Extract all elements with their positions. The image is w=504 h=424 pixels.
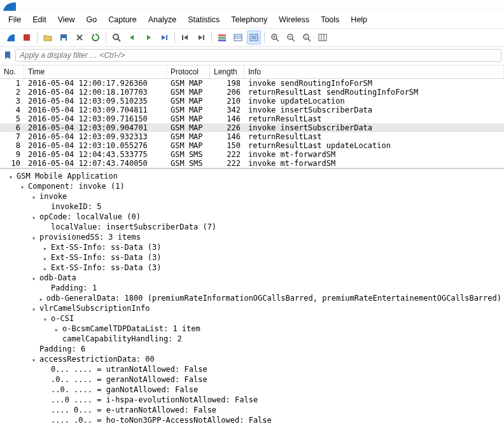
cell-length: 226 (210, 123, 244, 132)
cell-time: 2016-05-04 12:03:09.932313 (24, 132, 167, 141)
open-file-button[interactable] (41, 31, 55, 44)
menu-capture[interactable]: Capture (102, 14, 142, 25)
expand-open-icon[interactable]: ▾ (32, 233, 38, 243)
menu-bar: FileEditViewGoCaptureAnalyzeStatisticsTe… (0, 13, 504, 29)
col-header-protocol[interactable]: Protocol (167, 65, 210, 78)
go-to-packet-button[interactable] (157, 31, 171, 44)
packet-row[interactable]: 32016-05-04 12:03:09.510235GSM MAP210inv… (0, 97, 504, 106)
expand-open-icon[interactable]: ▾ (32, 355, 38, 365)
col-header-length[interactable]: Length (210, 65, 244, 78)
tree-node-label: Ext-SS-Info: ss-Data (3) (51, 243, 161, 252)
expand-open-icon[interactable]: ▾ (43, 315, 50, 324)
save-file-button[interactable] (57, 31, 71, 44)
close-file-button[interactable] (73, 31, 87, 44)
packet-row[interactable]: 52016-05-04 12:03:09.716150GSM MAP146ret… (0, 114, 504, 123)
tree-node[interactable]: ▾invoke (0, 192, 504, 202)
menu-analyze[interactable]: Analyze (143, 14, 182, 25)
autoscroll-button[interactable] (231, 31, 245, 44)
expand-open-icon[interactable]: ▾ (32, 304, 38, 314)
packet-row[interactable]: 22016-05-04 12:00:18.107703GSM MAP206ret… (0, 88, 504, 97)
tree-node[interactable]: ▾odb-Data (0, 273, 504, 284)
tree-node[interactable]: ..0. .... = ganNotAllowed: False (0, 385, 504, 395)
menu-view[interactable]: View (52, 14, 81, 25)
tree-node[interactable]: .0.. .... = geranNotAllowed: False (0, 375, 504, 385)
packet-list-header: No. Time Protocol Length Info (0, 65, 504, 79)
zoom-reset-button[interactable]: 1 (300, 31, 314, 44)
tree-node[interactable]: ...0 .... = i-hspa-evolutionNotAllowed: … (0, 395, 504, 406)
tree-node[interactable]: ▸o-BcsmCamelTDPDataList: 1 item (0, 324, 504, 334)
menu-telephony[interactable]: Telephony (225, 14, 273, 25)
tree-node[interactable]: 0... .... = utranNotAllowed: False (0, 365, 504, 375)
expand-closed-icon[interactable]: ▸ (43, 243, 50, 253)
tree-node[interactable]: ▾vlrCamelSubscriptionInfo (0, 304, 504, 314)
menu-wireless[interactable]: Wireless (273, 14, 315, 25)
display-filter-input[interactable] (15, 49, 501, 62)
expand-open-icon[interactable]: ▾ (20, 182, 27, 192)
expand-open-icon[interactable]: ▾ (32, 213, 38, 222)
packet-row[interactable]: 72016-05-04 12:03:09.932313GSM MAP146ret… (0, 132, 504, 141)
packet-row[interactable]: 12016-05-04 12:00:17.926360GSM MAP198inv… (0, 79, 504, 88)
capture-stop-button[interactable] (20, 31, 34, 44)
tree-node[interactable]: ▸odb-GeneralData: 1800 (premiumRateInfor… (0, 294, 504, 304)
col-header-time[interactable]: Time (24, 65, 167, 78)
go-back-button[interactable] (125, 31, 139, 44)
expand-open-icon[interactable]: ▾ (32, 274, 38, 284)
expand-none-icon (43, 203, 50, 212)
go-last-button[interactable] (194, 31, 208, 44)
go-first-button[interactable] (178, 31, 192, 44)
tree-node[interactable]: .... .0.. = ho-toNon3GPP-AccessNotAllowe… (0, 416, 504, 423)
tree-node-label: .0.. .... = geranNotAllowed: False (51, 375, 207, 385)
packet-row[interactable]: 62016-05-04 12:03:09.904701GSM MAP226inv… (0, 123, 504, 132)
menu-help[interactable]: Help (345, 14, 373, 25)
tree-node[interactable]: localValue: insertSubscriberData (7) (0, 222, 504, 233)
tree-node[interactable]: ▸Ext-SS-Info: ss-Data (3) (0, 253, 504, 263)
tree-node[interactable]: invokeID: 5 (0, 202, 504, 212)
col-header-info[interactable]: Info (244, 65, 504, 78)
expand-closed-icon[interactable]: ▸ (39, 294, 45, 304)
packet-row[interactable]: 82016-05-04 12:03:10.055276GSM MAP150ret… (0, 141, 504, 150)
tree-node[interactable]: Padding: 1 (0, 284, 504, 294)
expand-closed-icon[interactable]: ▸ (43, 254, 50, 263)
tree-node[interactable]: ▸Ext-SS-Info: ss-Data (3) (0, 263, 504, 273)
toolbar-separator (106, 32, 106, 43)
capture-start-button[interactable] (4, 31, 18, 44)
tree-node[interactable]: ▾Component: invoke (1) (0, 182, 504, 192)
menu-file[interactable]: File (3, 14, 27, 25)
expand-closed-icon[interactable]: ▸ (55, 325, 61, 334)
col-header-no[interactable]: No. (0, 65, 24, 78)
zoom-in-button[interactable] (268, 31, 282, 44)
bookmark-filter-icon[interactable] (3, 50, 13, 60)
menu-statistics[interactable]: Statistics (182, 14, 225, 25)
expand-open-icon[interactable]: ▾ (32, 193, 38, 202)
reload-button[interactable] (88, 31, 102, 44)
tree-node[interactable]: ▾opCode: localValue (0) (0, 212, 504, 222)
tree-node[interactable]: ▾o-CSI (0, 314, 504, 324)
menu-edit[interactable]: Edit (27, 14, 52, 25)
menu-go[interactable]: Go (81, 14, 103, 25)
tree-node[interactable]: camelCapabilityHandling: 2 (0, 334, 504, 345)
packet-row[interactable]: 102016-05-04 12:07:43.740050GSM SMS222in… (0, 159, 504, 168)
cell-length: 146 (210, 114, 244, 123)
expand-none-icon (43, 396, 50, 406)
expand-none-icon (43, 386, 50, 395)
packet-row[interactable]: 92016-05-04 12:04:43.533775GSM SMS222inv… (0, 150, 504, 159)
tree-node[interactable]: .... 0... = e-utranNotAllowed: False (0, 406, 504, 416)
tree-node[interactable]: ▾provisionedSS: 3 items (0, 233, 504, 243)
go-forward-button[interactable] (141, 31, 155, 44)
packet-row[interactable]: 42016-05-04 12:03:09.704811GSM MAP342inv… (0, 106, 504, 114)
toolbar-separator (264, 32, 265, 43)
colorize-button[interactable] (215, 31, 229, 44)
menu-tools[interactable]: Tools (315, 14, 345, 25)
find-button[interactable] (109, 31, 123, 44)
zoom-out-button[interactable] (284, 31, 298, 44)
enlarge-text-button[interactable] (247, 31, 261, 44)
tree-node[interactable]: ▾accessRestrictionData: 00 (0, 355, 504, 365)
cell-protocol: GSM MAP (167, 141, 210, 150)
tree-node-label: vlrCamelSubscriptionInfo (39, 304, 150, 313)
resize-columns-button[interactable] (316, 31, 330, 44)
expand-closed-icon[interactable]: ▸ (43, 264, 50, 273)
expand-open-icon[interactable]: ▾ (9, 172, 15, 182)
tree-node[interactable]: Padding: 6 (0, 345, 504, 355)
tree-node[interactable]: ▾GSM Mobile Application (0, 172, 504, 182)
tree-node[interactable]: ▸Ext-SS-Info: ss-Data (3) (0, 243, 504, 253)
